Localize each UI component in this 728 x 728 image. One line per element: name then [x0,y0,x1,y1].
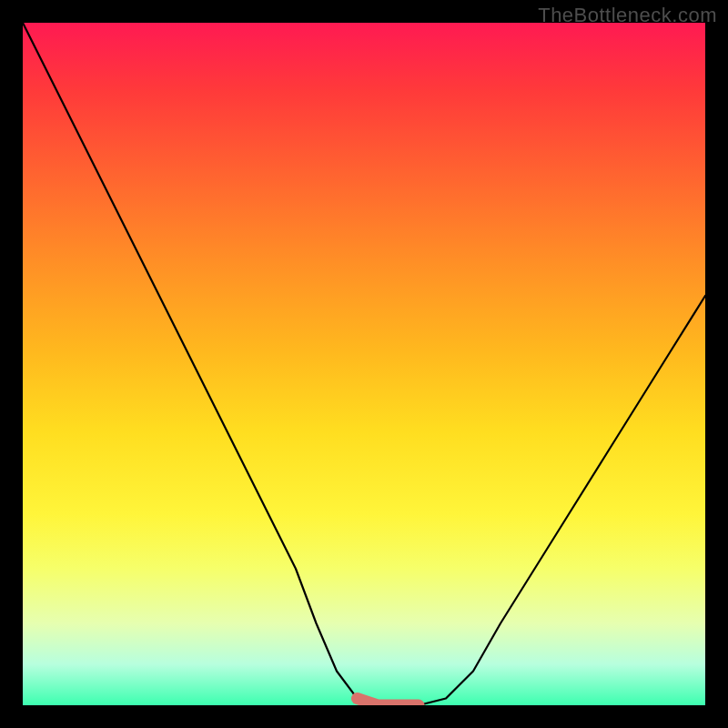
plot-area [23,23,705,705]
chart-frame: TheBottleneck.com [0,0,728,728]
highlight-region [358,699,420,706]
bottleneck-curve-path [23,23,705,705]
curve-svg [23,23,705,705]
